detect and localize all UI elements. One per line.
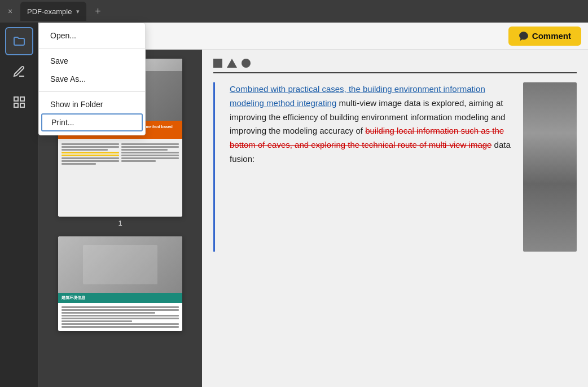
chevron-down-icon: ▾ bbox=[76, 8, 80, 15]
thumb-card-2: 建筑环境信息 bbox=[58, 236, 182, 331]
tab-title: PDF-example bbox=[27, 7, 72, 16]
dropdown-menu: Open... Save Save As... Show in Folder P… bbox=[38, 23, 146, 135]
svg-rect-1 bbox=[20, 97, 24, 101]
thumb2-photo bbox=[58, 236, 182, 293]
sidebar-item-pages[interactable] bbox=[5, 88, 33, 116]
app-body: Open... Save Save As... Show in Folder P… bbox=[0, 23, 588, 387]
article-content: Combined with practical cases, the build… bbox=[202, 82, 588, 263]
titlebar: × PDF-example ▾ + bbox=[0, 0, 588, 23]
svg-rect-0 bbox=[14, 97, 18, 101]
tab[interactable]: PDF-example ▾ bbox=[20, 2, 86, 21]
sidebar bbox=[0, 23, 38, 387]
sidebar-item-annotation[interactable] bbox=[5, 58, 33, 86]
triangle-shape bbox=[227, 59, 237, 68]
menu-item-show-folder[interactable]: Show in Folder bbox=[39, 95, 145, 113]
circle-shape bbox=[242, 59, 251, 68]
thumb2-content bbox=[58, 303, 182, 331]
article-text: Combined with practical cases, the build… bbox=[230, 82, 514, 252]
menu-item-print[interactable]: Print... bbox=[41, 113, 143, 131]
main-reading-area[interactable]: Combined with practical cases, the build… bbox=[202, 50, 588, 387]
thumbnail-page-2[interactable]: 建筑环境信息 bbox=[58, 236, 182, 331]
square-shape bbox=[213, 59, 222, 68]
menu-item-open[interactable]: Open... bbox=[39, 27, 145, 45]
new-tab-button[interactable]: + bbox=[91, 5, 104, 18]
svg-rect-2 bbox=[14, 103, 18, 107]
menu-item-save-as[interactable]: Save As... bbox=[39, 70, 145, 88]
comment-label: Comment bbox=[532, 31, 571, 41]
menu-item-save[interactable]: Save bbox=[39, 52, 145, 70]
menu-divider-2 bbox=[39, 91, 145, 92]
thumb-content-lines bbox=[58, 139, 182, 188]
thumb2-teal-bar: 建筑环境信息 bbox=[58, 293, 182, 303]
close-button[interactable]: × bbox=[5, 6, 16, 17]
shapes-bar bbox=[202, 50, 588, 72]
menu-divider-1 bbox=[39, 48, 145, 49]
shapes-divider bbox=[213, 72, 577, 73]
article-left-border bbox=[213, 82, 215, 252]
thumb-page-num-1: 1 bbox=[58, 219, 182, 227]
sidebar-item-folder[interactable] bbox=[5, 27, 33, 55]
article-side-image bbox=[523, 82, 577, 252]
svg-rect-3 bbox=[20, 103, 24, 107]
comment-button[interactable]: Comment bbox=[508, 27, 581, 46]
